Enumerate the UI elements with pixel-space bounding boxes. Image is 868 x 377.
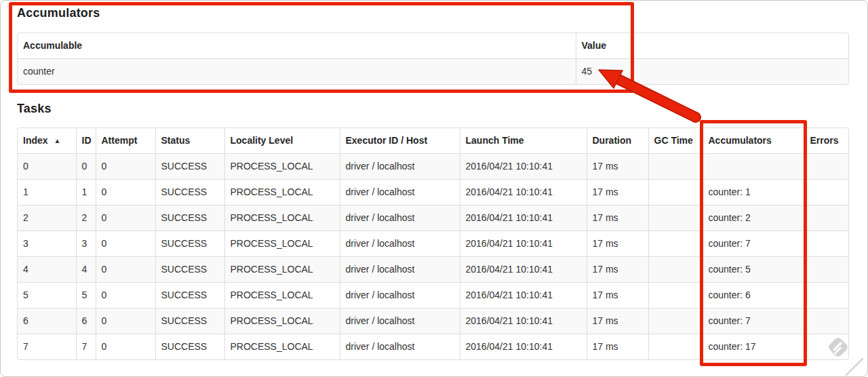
launch-time-column-header[interactable]: Launch Time — [460, 128, 587, 154]
tasks-header-row: Index▲ ID Attempt Status Locality Level … — [18, 128, 849, 154]
locality-level-cell: PROCESS_LOCAL — [224, 205, 340, 231]
gc-time-cell — [648, 334, 703, 360]
gc-time-column-header[interactable]: GC Time — [648, 128, 703, 154]
duration-cell: 17 ms — [587, 309, 648, 334]
attempt-cell: 0 — [96, 205, 155, 231]
duration-column-header[interactable]: Duration — [587, 128, 648, 154]
accumulators-cell: counter: 6 — [703, 283, 804, 309]
task-row: 6 6 0 SUCCESS PROCESS_LOCAL driver / loc… — [18, 309, 849, 334]
id-column-header[interactable]: ID — [76, 128, 96, 154]
executor-id-host-column-header[interactable]: Executor ID / Host — [340, 128, 460, 154]
locality-level-column-header[interactable]: Locality Level — [224, 128, 340, 154]
task-row: 5 5 0 SUCCESS PROCESS_LOCAL driver / loc… — [18, 283, 849, 309]
index-cell: 5 — [18, 283, 76, 309]
index-cell: 7 — [18, 334, 76, 360]
gc-time-cell — [648, 257, 703, 283]
gc-time-cell — [648, 231, 703, 257]
errors-cell — [804, 334, 849, 360]
accumulators-cell — [703, 154, 804, 180]
id-cell: 7 — [76, 334, 96, 360]
index-cell: 2 — [18, 205, 76, 231]
attempt-cell: 0 — [96, 309, 155, 334]
task-row: 0 0 0 SUCCESS PROCESS_LOCAL driver / loc… — [18, 154, 849, 180]
locality-level-cell: PROCESS_LOCAL — [224, 334, 340, 360]
task-row: 7 7 0 SUCCESS PROCESS_LOCAL driver / loc… — [18, 334, 849, 360]
attempt-column-header[interactable]: Attempt — [96, 128, 155, 154]
launch-time-cell: 2016/04/21 10:10:41 — [460, 283, 587, 309]
accumulators-cell: counter: 17 — [703, 334, 804, 360]
status-column-header[interactable]: Status — [155, 128, 224, 154]
id-cell: 6 — [76, 309, 96, 334]
id-cell: 3 — [76, 231, 96, 257]
accumulators-cell: counter: 2 — [703, 205, 804, 231]
accumulators-column-header[interactable]: Accumulators — [703, 128, 804, 154]
index-cell: 6 — [18, 309, 76, 334]
status-cell: SUCCESS — [155, 231, 224, 257]
executor-id-host-cell: driver / localhost — [340, 257, 460, 283]
locality-level-cell: PROCESS_LOCAL — [224, 231, 340, 257]
gc-time-cell — [648, 283, 703, 309]
errors-column-header[interactable]: Errors — [804, 128, 849, 154]
attempt-cell: 0 — [96, 180, 155, 205]
task-row: 4 4 0 SUCCESS PROCESS_LOCAL driver / loc… — [18, 257, 849, 283]
accumulators-header-row: Accumulable Value — [18, 33, 849, 59]
launch-time-cell: 2016/04/21 10:10:41 — [460, 205, 587, 231]
gc-time-cell — [648, 180, 703, 205]
gc-time-cell — [648, 205, 703, 231]
attempt-cell: 0 — [96, 334, 155, 360]
locality-level-cell: PROCESS_LOCAL — [224, 257, 340, 283]
errors-cell — [804, 205, 849, 231]
executor-id-host-cell: driver / localhost — [340, 309, 460, 334]
status-cell: SUCCESS — [155, 154, 224, 180]
errors-cell — [804, 180, 849, 205]
attempt-cell: 0 — [96, 257, 155, 283]
gc-time-cell — [648, 309, 703, 334]
index-column-header[interactable]: Index▲ — [18, 128, 76, 154]
errors-cell — [804, 283, 849, 309]
accumulable-cell: counter — [18, 59, 576, 85]
errors-cell — [804, 257, 849, 283]
launch-time-cell: 2016/04/21 10:10:41 — [460, 257, 587, 283]
index-cell: 1 — [18, 180, 76, 205]
value-column-header: Value — [576, 33, 849, 59]
duration-cell: 17 ms — [587, 154, 648, 180]
task-row: 2 2 0 SUCCESS PROCESS_LOCAL driver / loc… — [18, 205, 849, 231]
accumulators-cell: counter: 5 — [703, 257, 804, 283]
duration-cell: 17 ms — [587, 205, 648, 231]
locality-level-cell: PROCESS_LOCAL — [224, 180, 340, 205]
attempt-cell: 0 — [96, 231, 155, 257]
errors-cell — [804, 309, 849, 334]
accumulators-heading: Accumulators — [17, 6, 100, 20]
status-cell: SUCCESS — [155, 334, 224, 360]
status-cell: SUCCESS — [155, 283, 224, 309]
executor-id-host-cell: driver / localhost — [340, 205, 460, 231]
tasks-table: Index▲ ID Attempt Status Locality Level … — [17, 127, 849, 360]
accumulators-cell: counter: 7 — [703, 231, 804, 257]
executor-id-host-cell: driver / localhost — [340, 180, 460, 205]
status-cell: SUCCESS — [155, 205, 224, 231]
status-cell: SUCCESS — [155, 257, 224, 283]
duration-cell: 17 ms — [587, 231, 648, 257]
tasks-heading: Tasks — [17, 102, 52, 116]
status-cell: SUCCESS — [155, 180, 224, 205]
status-cell: SUCCESS — [155, 309, 224, 334]
accumulator-row: counter 45 — [18, 59, 849, 85]
gc-time-cell — [648, 154, 703, 180]
locality-level-cell: PROCESS_LOCAL — [224, 283, 340, 309]
launch-time-cell: 2016/04/21 10:10:41 — [460, 334, 587, 360]
attempt-cell: 0 — [96, 283, 155, 309]
launch-time-cell: 2016/04/21 10:10:41 — [460, 154, 587, 180]
accumulable-column-header: Accumulable — [18, 33, 576, 59]
launch-time-cell: 2016/04/21 10:10:41 — [460, 231, 587, 257]
locality-level-cell: PROCESS_LOCAL — [224, 309, 340, 334]
launch-time-cell: 2016/04/21 10:10:41 — [460, 180, 587, 205]
index-cell: 4 — [18, 257, 76, 283]
duration-cell: 17 ms — [587, 334, 648, 360]
accumulators-cell: counter: 1 — [703, 180, 804, 205]
index-cell: 0 — [18, 154, 76, 180]
spark-stage-page: Accumulators Accumulable Value counter 4… — [0, 0, 868, 377]
executor-id-host-cell: driver / localhost — [340, 231, 460, 257]
executor-id-host-cell: driver / localhost — [340, 334, 460, 360]
duration-cell: 17 ms — [587, 180, 648, 205]
page-corner-shadow — [846, 358, 864, 376]
